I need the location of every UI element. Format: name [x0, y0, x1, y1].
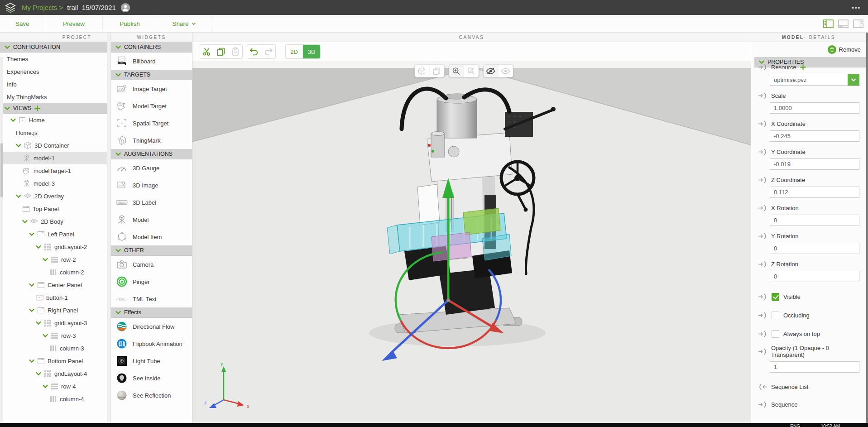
- mode-3d-button[interactable]: 3D: [303, 45, 320, 58]
- widget-item-spatial-target[interactable]: Spatial Target: [111, 115, 192, 132]
- config-item-info[interactable]: Info: [0, 78, 107, 91]
- tree-item-model-1[interactable]: model-1: [0, 152, 107, 164]
- widget-item-directional-flow[interactable]: Directional Flow: [111, 318, 192, 335]
- tree-item-top-panel[interactable]: Top Panel: [0, 202, 107, 215]
- widget-section-targets[interactable]: TARGETS: [111, 70, 192, 80]
- widget-item-see-reflection[interactable]: See Reflection: [111, 387, 192, 404]
- tree-item-bottom-panel[interactable]: Bottom Panel: [0, 355, 107, 367]
- widget-item-thingmark[interactable]: ThingMark: [111, 132, 192, 149]
- tree-item-3d-container[interactable]: 3D Container: [0, 139, 107, 152]
- toggle-right-panel-icon[interactable]: [853, 19, 863, 28]
- duplicate-button[interactable]: [429, 65, 444, 77]
- widget-item-3d-gauge[interactable]: 3D Gauge: [111, 159, 192, 177]
- y-rotation-input[interactable]: [770, 243, 859, 254]
- tree-item-column-3[interactable]: column-3: [0, 342, 107, 355]
- overflow-menu-button[interactable]: •••: [852, 4, 861, 11]
- tree-item-button-1[interactable]: button-1: [0, 291, 107, 304]
- toggle-left-panel-icon[interactable]: [823, 19, 834, 28]
- copy-button[interactable]: [214, 45, 228, 58]
- save-button[interactable]: Save: [0, 15, 45, 32]
- z-rotation-input[interactable]: [770, 271, 859, 282]
- publish-button[interactable]: Publish: [103, 15, 157, 32]
- tree-item-right-panel[interactable]: Right Panel: [0, 304, 107, 317]
- redo-button[interactable]: [261, 45, 275, 58]
- widget-section-effects[interactable]: Effects: [111, 307, 192, 318]
- always-on-top-checkbox[interactable]: [772, 330, 779, 338]
- y-coordinate-input[interactable]: [770, 158, 859, 170]
- paste-button[interactable]: [228, 45, 242, 58]
- widget-item-camera[interactable]: Camera: [111, 256, 192, 273]
- widget-section-other[interactable]: OTHER: [111, 245, 192, 256]
- user-avatar-icon[interactable]: [120, 3, 130, 13]
- section-configuration[interactable]: CONFIGURATION: [0, 42, 107, 53]
- tree-item-2d-body[interactable]: 2D Body: [0, 215, 107, 228]
- opacity-input[interactable]: [770, 361, 859, 373]
- tree-item-gridlayout-4[interactable]: gridLayout-4: [0, 367, 107, 380]
- tree-item-modeltarget-1[interactable]: modelTarget-1: [0, 164, 107, 177]
- visible-row[interactable]: Visible: [758, 293, 862, 301]
- tree-item-row-2[interactable]: row-2: [0, 253, 107, 266]
- scale-input[interactable]: [770, 102, 859, 114]
- x-coordinate-input[interactable]: [770, 130, 859, 142]
- sequence-link[interactable]: Sequence: [758, 401, 862, 408]
- breadcrumb[interactable]: My Projects >: [22, 4, 63, 11]
- tree-item-home[interactable]: Home: [0, 114, 107, 126]
- mode-2d-button[interactable]: 2D: [286, 45, 303, 58]
- widget-section-augmentations[interactable]: AUGMENTATIONS: [111, 149, 192, 159]
- widget-item-label: Model Item: [133, 234, 162, 240]
- widget-item-light-tube[interactable]: Light Tube: [111, 352, 192, 369]
- tree-item-row-4[interactable]: row-4: [0, 380, 107, 393]
- os-taskbar[interactable]: ENG 10:52 AM: [0, 423, 868, 427]
- cut-button[interactable]: [200, 45, 214, 58]
- show-all-button[interactable]: [498, 65, 513, 77]
- zoom-region-button[interactable]: [449, 65, 464, 77]
- always-on-top-row[interactable]: Always on top: [758, 330, 862, 338]
- hide-selected-button[interactable]: [484, 65, 498, 77]
- widget-item-model-target[interactable]: Model Target: [111, 97, 192, 115]
- widget-item-pinger[interactable]: Pinger: [111, 273, 192, 290]
- resource-select-chevron-icon[interactable]: [848, 74, 859, 86]
- widget-item-model[interactable]: Model: [111, 211, 192, 228]
- z-coordinate-input[interactable]: [770, 187, 859, 198]
- tree-item-left-panel[interactable]: Left Panel: [0, 228, 107, 240]
- x-rotation-input[interactable]: [770, 215, 859, 226]
- config-item-experiences[interactable]: Experiences: [0, 65, 107, 78]
- widget-item-see-inside[interactable]: See Inside: [111, 369, 192, 387]
- sequence-list-link[interactable]: Sequence List: [758, 384, 862, 390]
- widget-item-model-item[interactable]: Model Item: [111, 228, 192, 245]
- zoom-previous-button[interactable]: [464, 65, 478, 77]
- tree-item-column-2[interactable]: column-2: [0, 266, 107, 278]
- 3d-viewport[interactable]: y x z: [192, 61, 751, 423]
- tree-item-2d-overlay[interactable]: 2D Overlay: [0, 190, 107, 202]
- config-item-my-thingmarks[interactable]: My ThingMarks: [0, 91, 107, 103]
- tree-item-gridlayout-2[interactable]: gridLayout-2: [0, 240, 107, 253]
- tree-item-model-3[interactable]: model-3: [0, 177, 107, 190]
- preview-button[interactable]: Preview: [45, 15, 103, 32]
- share-button[interactable]: Share: [157, 15, 211, 32]
- config-item-themes[interactable]: Themes: [0, 53, 107, 65]
- widget-item-billboard[interactable]: Billboard: [111, 53, 192, 70]
- widget-item-3d-image[interactable]: 3D Image: [111, 177, 192, 194]
- tree-item-home-js[interactable]: Home.js: [0, 126, 107, 139]
- project-panel-scrollbar[interactable]: [107, 33, 111, 423]
- widget-item-tml-text[interactable]: <TML>TML Text: [111, 290, 192, 307]
- undo-button[interactable]: [247, 45, 261, 58]
- widget-section-containers[interactable]: CONTAINERS: [111, 42, 192, 53]
- tree-item-center-panel[interactable]: Center Panel: [0, 278, 107, 291]
- widget-item-flipbook-animation[interactable]: Flipbook Animation: [111, 335, 192, 352]
- tree-item-gridlayout-3[interactable]: gridLayout-3: [0, 317, 107, 329]
- resource-select[interactable]: optimise.pvz: [770, 74, 859, 86]
- visible-checkbox[interactable]: [772, 293, 779, 301]
- remove-button[interactable]: Remove: [751, 42, 866, 57]
- widget-item-3d-label[interactable]: LABEL 13D Label: [111, 194, 192, 211]
- section-views[interactable]: VIEWS: [0, 103, 107, 114]
- widget-item-image-target[interactable]: Image Target: [111, 80, 192, 97]
- add-view-icon[interactable]: [34, 106, 40, 111]
- occluding-row[interactable]: Occluding: [758, 312, 862, 319]
- toggle-bottom-panel-icon[interactable]: [838, 19, 849, 28]
- details-panel-scrollbar[interactable]: [0, 57, 3, 423]
- transform-cube-button[interactable]: [415, 65, 429, 77]
- occluding-checkbox[interactable]: [772, 312, 779, 319]
- tree-item-column-4[interactable]: column-4: [0, 393, 107, 405]
- tree-item-row-3[interactable]: row-3: [0, 329, 107, 342]
